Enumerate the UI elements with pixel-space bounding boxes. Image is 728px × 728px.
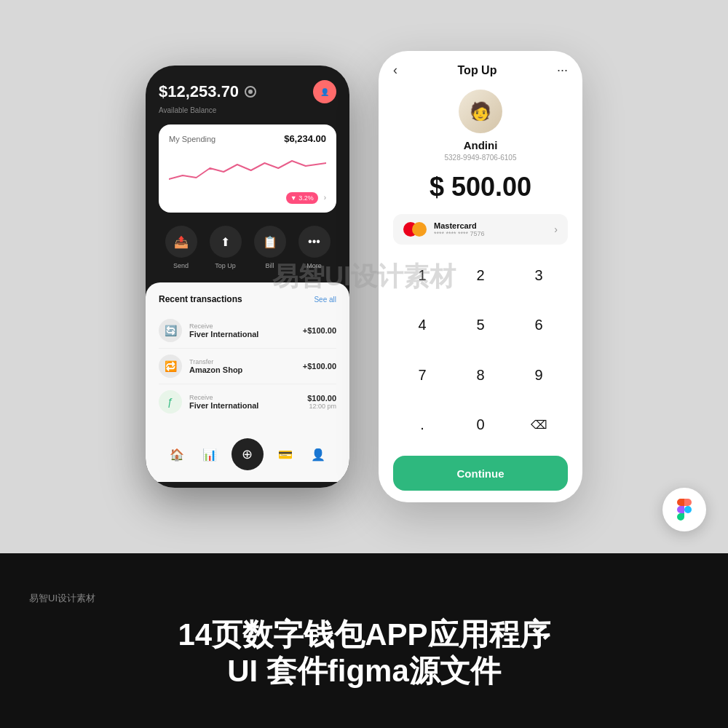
user-avatar: 🧑 bbox=[459, 90, 502, 133]
nav-scan[interactable]: ⊕ bbox=[232, 438, 264, 470]
tx-info-1: Receive Fiver International bbox=[189, 323, 296, 339]
continue-button[interactable]: Continue bbox=[393, 456, 568, 491]
more-icon: ••• bbox=[298, 226, 331, 258]
tx-name-1: Fiver International bbox=[189, 330, 296, 339]
action-bill[interactable]: 📋 Bill bbox=[254, 226, 286, 269]
payment-info: Mastercard **** **** **** 7576 bbox=[434, 221, 554, 237]
user-name: Andini bbox=[464, 139, 498, 151]
tx-icon-1: 🔄 bbox=[159, 319, 182, 342]
key-9[interactable]: 9 bbox=[510, 356, 568, 394]
bottom-brand: 易智UI设计素材 bbox=[29, 592, 95, 605]
topup-title: Top Up bbox=[458, 64, 497, 77]
spending-card: My Spending $6,234.00 ▼ 3.2% › bbox=[159, 124, 336, 213]
bill-label: Bill bbox=[265, 262, 274, 269]
numpad: 1 2 3 4 5 6 7 8 9 . 0 ⌫ bbox=[393, 256, 568, 456]
key-7[interactable]: 7 bbox=[393, 356, 451, 394]
tx-type-3: Receive bbox=[189, 394, 300, 401]
action-topup[interactable]: ⬆ Top Up bbox=[210, 226, 242, 269]
more-options-button[interactable]: ··· bbox=[557, 63, 568, 78]
amount-display: $ 500.00 bbox=[393, 172, 568, 202]
main-container: 易智UI设计素材 $12,253.70 👤 Available Balance … bbox=[0, 0, 728, 728]
tx-icon-2: 🔁 bbox=[159, 355, 182, 378]
action-more[interactable]: ••• More bbox=[298, 226, 331, 269]
see-all-link[interactable]: See all bbox=[314, 296, 336, 304]
key-5[interactable]: 5 bbox=[451, 306, 510, 344]
tx-amount-1: +$100.00 bbox=[303, 326, 336, 335]
tx-amount-3: $100.00 bbox=[307, 394, 336, 403]
bottom-bar: 易智UI设计素材 14页数字钱包APP应用程序 UI 套件figma源文件 bbox=[0, 553, 728, 728]
tx-info-3: Receive Fiver International bbox=[189, 394, 300, 410]
mastercard-icon bbox=[403, 222, 427, 237]
figma-badge bbox=[662, 488, 706, 531]
balance-label: Available Balance bbox=[159, 106, 336, 114]
phone-dark: $12,253.70 👤 Available Balance My Spendi… bbox=[146, 66, 349, 488]
payment-arrow-icon: › bbox=[554, 223, 558, 235]
bottom-title: 14页数字钱包APP应用程序 UI 套件figma源文件 bbox=[178, 617, 550, 690]
payment-card-name: Mastercard bbox=[434, 221, 554, 230]
bottom-title-text: 14页数字钱包APP应用程序 UI 套件figma源文件 bbox=[178, 617, 550, 688]
transaction-item: 🔄 Receive Fiver International +$100.00 bbox=[159, 313, 336, 349]
phone-light: ‹ Top Up ··· 🧑 Andini 5328-9949-8706-610… bbox=[379, 51, 582, 502]
payment-method[interactable]: Mastercard **** **** **** 7576 › bbox=[393, 214, 568, 245]
key-0[interactable]: 0 bbox=[451, 406, 510, 444]
key-backspace[interactable]: ⌫ bbox=[510, 406, 568, 444]
bill-icon: 📋 bbox=[254, 226, 286, 258]
tx-icon-3: ƒ bbox=[159, 390, 182, 414]
tx-type-2: Transfer bbox=[189, 358, 296, 365]
nav-home[interactable]: 🏠 bbox=[165, 443, 189, 466]
top-area: 易智UI设计素材 $12,253.70 👤 Available Balance … bbox=[0, 0, 728, 553]
chart-area bbox=[169, 150, 326, 186]
nav-profile[interactable]: 👤 bbox=[306, 443, 330, 466]
avatar[interactable]: 👤 bbox=[313, 80, 336, 103]
key-3[interactable]: 3 bbox=[510, 256, 568, 294]
bottom-nav: 🏠 📊 ⊕ 💳 👤 bbox=[146, 431, 349, 482]
transaction-item-3: ƒ Receive Fiver International $100.00 12… bbox=[159, 384, 336, 419]
tx-info-2: Transfer Amazon Shop bbox=[189, 358, 296, 374]
tx-amount-2: +$100.00 bbox=[303, 362, 336, 371]
transactions-area: Recent transactions See all 🔄 Receive Fi… bbox=[146, 282, 349, 431]
send-label: Send bbox=[173, 262, 189, 269]
mc-circle-orange bbox=[412, 222, 427, 237]
key-2[interactable]: 2 bbox=[451, 256, 510, 294]
quick-actions: 📤 Send ⬆ Top Up 📋 Bill ••• More bbox=[159, 226, 336, 282]
user-section: 🧑 Andini 5328-9949-8706-6105 bbox=[393, 90, 568, 162]
nav-chart[interactable]: 📊 bbox=[198, 443, 221, 466]
topup-header: ‹ Top Up ··· bbox=[393, 63, 568, 78]
tx-name-3: Fiver International bbox=[189, 401, 300, 410]
spending-title: My Spending bbox=[169, 135, 215, 143]
more-label: More bbox=[306, 262, 322, 269]
tx-time-3: 12:00 pm bbox=[307, 403, 336, 410]
payment-card-number: **** **** **** 7576 bbox=[434, 230, 554, 237]
topup-label: Top Up bbox=[215, 262, 236, 269]
balance-amount: $12,253.70 bbox=[159, 82, 239, 101]
key-6[interactable]: 6 bbox=[510, 306, 568, 344]
trend-badge: ▼ 3.2% bbox=[286, 192, 318, 204]
tx-type-1: Receive bbox=[189, 323, 296, 330]
nav-card[interactable]: 💳 bbox=[274, 443, 297, 466]
key-4[interactable]: 4 bbox=[393, 306, 451, 344]
balance-header: $12,253.70 👤 bbox=[159, 80, 336, 103]
send-icon: 📤 bbox=[165, 226, 197, 258]
back-button[interactable]: ‹ bbox=[393, 63, 397, 78]
action-send[interactable]: 📤 Send bbox=[165, 226, 197, 269]
transactions-title: Recent transactions bbox=[159, 294, 242, 304]
key-dot[interactable]: . bbox=[393, 406, 451, 444]
user-card-number: 5328-9949-8706-6105 bbox=[445, 154, 517, 162]
topup-icon: ⬆ bbox=[210, 226, 242, 258]
key-1[interactable]: 1 bbox=[393, 256, 451, 294]
tx-name-2: Amazon Shop bbox=[189, 365, 296, 374]
eye-icon[interactable] bbox=[245, 86, 256, 98]
spending-amount: $6,234.00 bbox=[284, 133, 326, 144]
transaction-item-2: 🔁 Transfer Amazon Shop +$100.00 bbox=[159, 349, 336, 384]
key-8[interactable]: 8 bbox=[451, 356, 510, 394]
